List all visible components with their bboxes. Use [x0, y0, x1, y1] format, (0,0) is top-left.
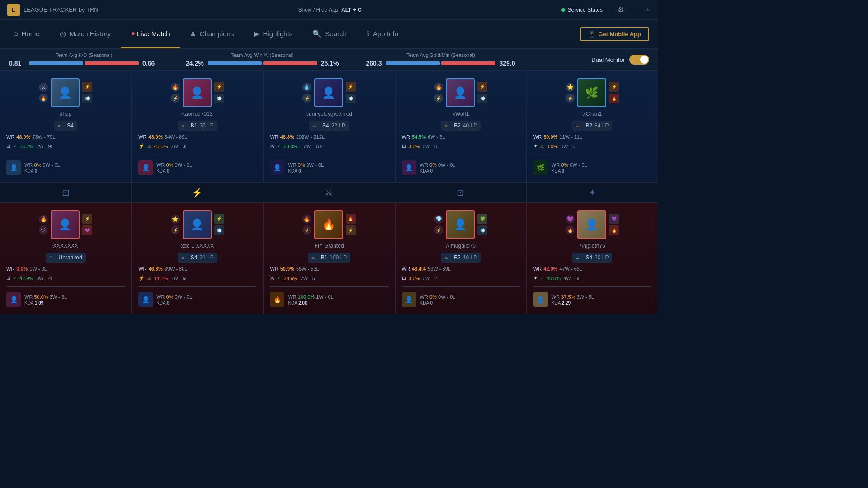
champ-mini-stats-r1: WR 50.0% 3W - 3L KDA 1.09	[24, 294, 67, 305]
rank-icon-r5: ⟁	[576, 254, 583, 261]
spell-2-r2: 💨	[214, 225, 224, 235]
champ-stat-row-r2: 👤 WR 0% 0W - 0L KDA 0	[138, 292, 256, 307]
divider-r3	[270, 286, 388, 287]
red-player-5: 💜 🔥 👤 💜 🔥 Anjglotn75 ⟁ S4 20 LP WR 42.0%…	[527, 203, 658, 314]
minimize-button[interactable]: —	[631, 7, 637, 13]
rune-icons-r4: 💎 ⚡	[434, 215, 443, 235]
kda-label-b4: KDA 0	[420, 169, 456, 174]
champ-mini-stats-r5: WR 37.5% 3W - 5L KDA 2.29	[552, 294, 594, 305]
secondary-stat-r5: ✦ ✓ 40.0% 4W - 6L	[533, 275, 651, 281]
app-logo: L	[7, 4, 20, 16]
secondary-record-r5: 4W - 6L	[563, 276, 581, 281]
winpct-label: Team Avg Win % (Seasonal)	[186, 52, 339, 58]
secondary-record-b4: 0W - 0L	[423, 144, 440, 149]
kda-label-r5: KDA 2.29	[552, 300, 594, 305]
spell-2-b2: 💨	[214, 94, 224, 103]
rank-icon-b4: ⟁	[444, 122, 452, 129]
app-name: LEAGUE TRACKER by TRN	[24, 6, 99, 13]
rune-1-b5: ⭐	[566, 83, 575, 92]
secondary-pct-b2: 40.0%	[154, 144, 168, 149]
rune-icons-b2: 🔥 ⚡	[171, 83, 180, 103]
rank-val-b5: B2	[585, 122, 592, 129]
dual-monitor-toggle[interactable]	[629, 55, 649, 65]
kda-label-r1: KDA 1.09	[24, 300, 67, 305]
tab-app-info[interactable]: ℹ App Info	[357, 20, 408, 48]
wr-pct-b4: 54.5%	[412, 134, 426, 140]
rune-2-r2: ⚡	[171, 225, 180, 235]
champ-mini-stats-b4: WR 0% 0W - 0L KDA 0	[420, 162, 456, 174]
champ-header-b1: ⚔ 🔥 👤 ⚡ 💨	[6, 78, 125, 107]
champions-icon: ♟	[190, 29, 196, 38]
divider-r1	[6, 286, 125, 287]
search-icon: 🔍	[312, 29, 321, 38]
divider-b4	[402, 155, 520, 155]
rune-2-r5: 🔥	[566, 225, 575, 235]
role-icon-1: ⊡	[0, 183, 132, 202]
champ-mini-r4: 👤	[402, 292, 416, 307]
red-player-1: 🔥 🛡 👤 ⚡ 💜 XXXXXXX ○ Unranked WR 0.0% 0W …	[0, 203, 132, 314]
get-mobile-button[interactable]: 📱 Get Mobile App	[580, 27, 649, 41]
champ-portrait-b3: 👤	[314, 78, 343, 107]
champ-wr-line-r5: WR 37.5% 3W - 5L	[552, 294, 594, 300]
champ-wr-line-r2: WR 0% 0W - 0L	[156, 294, 192, 300]
rank-val-b3: S4	[322, 122, 329, 129]
divider-r4	[402, 286, 520, 287]
rank-icon-r3: ⟁	[311, 254, 319, 261]
history-icon: ◷	[60, 29, 66, 38]
get-mobile-label: Get Mobile App	[598, 31, 641, 38]
wr-record-b1: 73W - 79L	[33, 134, 56, 140]
close-button[interactable]: ✕	[645, 7, 651, 13]
secondary-stat-b2: ⚡ ⚠ 40.0% 2W - 3L	[138, 143, 256, 149]
tab-home[interactable]: ⌂ Home	[4, 20, 50, 48]
check-r1: ✓	[13, 276, 17, 281]
tab-search[interactable]: 🔍 Search	[302, 20, 357, 48]
secondary-record-r3: 2W - 5L	[301, 276, 318, 281]
rune-1-b1: ⚔	[39, 83, 48, 92]
dual-monitor-toggle-group: Dual Monitor	[591, 55, 649, 65]
rank-val-r4: B2	[454, 254, 461, 261]
kda-label-r4: KDA 0	[420, 300, 456, 305]
champ-header-r2: ⭐ ⚡ 👤 ⚡ 💨	[138, 210, 256, 239]
spell-2-r1: 💜	[82, 225, 92, 235]
dual-monitor-label: Dual Monitor	[591, 56, 625, 63]
tab-match-history[interactable]: ◷ Match History	[50, 20, 121, 48]
role-icons-row: ⊡ ⚡ ⚔ ⊡ ✦	[0, 182, 658, 203]
blue-player-4: 🔥 ⚡ 👤 ⚡ 💨 xWolf1 ⟁ B2 40 LP WR 54.5% 6W …	[395, 71, 527, 182]
rune-2-r3: ⚡	[302, 225, 311, 235]
rune-1-b3: 💧	[302, 83, 311, 92]
wr-record-r5: 47W - 65L	[559, 266, 582, 272]
wr-pct-r4: 43.4%	[412, 266, 426, 272]
champ-mini-stats-r3: WR 100.0% 1W - 0L KDA 2.00	[288, 294, 333, 305]
champ-mini-b4: 👤	[402, 160, 416, 175]
secondary-record-r1: 3W - 4L	[36, 276, 54, 281]
tab-match-history-label: Match History	[70, 30, 111, 38]
champ-stat-row-b3: 👤 WR 0% 0W - 0L KDA 0	[270, 160, 388, 175]
settings-icon[interactable]: ⚙	[618, 5, 624, 14]
champ-stat-row-b1: 👤 WR 0% 0W - 0L KDA 0	[6, 160, 125, 175]
tab-highlights[interactable]: ▶ Highlights	[244, 20, 302, 48]
secondary-stat-r1: ⊡ ✓ 42.9% 3W - 4L	[6, 275, 125, 281]
spell-2-b4: 💨	[477, 94, 487, 103]
tab-champions[interactable]: ♟ Champions	[180, 20, 244, 48]
gold-red-bar	[441, 61, 495, 65]
stats-bar: Team Avg K/D (Seasonal) 0.81 0.66 Team A…	[0, 49, 658, 71]
rune-2-b5: ⚡	[566, 94, 575, 103]
secondary-icon-b5: ✦	[533, 143, 538, 149]
role-icon-3: ⚔	[263, 183, 395, 202]
lp-r2: 21 LP	[199, 254, 213, 261]
rank-icon-b5: ⟁	[576, 122, 583, 129]
winpct-blue-bar	[208, 61, 262, 65]
rank-icon-r4: ⟁	[444, 254, 452, 261]
check-b1: ✓	[13, 144, 17, 149]
divider-b5	[533, 155, 651, 155]
divider	[610, 5, 610, 14]
summoner-spells-r3: 🔥 ⚡	[346, 214, 356, 235]
kd-label: Team Avg K/D (Seasonal)	[9, 52, 159, 58]
rune-2-b4: ⚡	[434, 94, 443, 103]
lp-b4: 40 LP	[463, 122, 477, 129]
highlights-icon: ▶	[254, 29, 259, 38]
champ-wr-line-b5: WR 0% 0W - 0L	[552, 162, 587, 168]
spell-2-b1: 💨	[82, 94, 92, 103]
summoner-spells-r2: ⚡ 💨	[214, 214, 224, 235]
tab-live-match[interactable]: ● Live Match	[121, 20, 179, 48]
